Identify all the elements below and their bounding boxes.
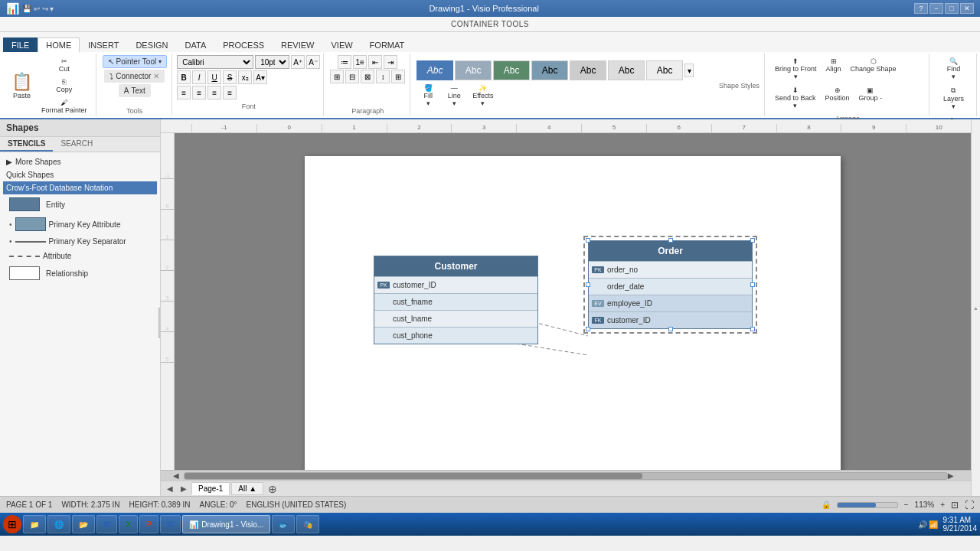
- fit-page-btn[interactable]: ⊡: [951, 500, 959, 510]
- connector-tool-button[interactable]: ⤵ Connector ✕: [104, 70, 165, 83]
- taskbar-ppt[interactable]: P: [139, 515, 158, 533]
- underline-btn[interactable]: U: [207, 70, 221, 84]
- taskbar-excel[interactable]: X: [119, 515, 138, 533]
- handle-tm[interactable]: [668, 238, 673, 243]
- minimize-btn[interactable]: −: [929, 3, 943, 14]
- shape-style-2[interactable]: Abc: [455, 60, 492, 80]
- decrease-font-btn[interactable]: A⁻: [306, 55, 320, 69]
- align-left-btn[interactable]: ≡: [177, 86, 191, 99]
- zoom-in-btn[interactable]: +: [940, 500, 945, 509]
- align-arrange-btn[interactable]: ⊞ Align: [822, 55, 845, 83]
- taskbar-explorer[interactable]: 📁: [23, 515, 46, 533]
- zoom-slider[interactable]: [837, 502, 898, 508]
- handle-br[interactable]: [750, 327, 755, 331]
- handle-tl[interactable]: [586, 238, 590, 243]
- canvas-page[interactable]: Customer PK customer_ID cust_fname cust_…: [305, 156, 841, 470]
- send-to-back-btn[interactable]: ⬇ Send to Back ▾: [771, 84, 820, 112]
- fullscreen-btn[interactable]: ⛶: [965, 500, 974, 510]
- taskbar-word2[interactable]: W: [160, 515, 181, 533]
- customer-table[interactable]: Customer PK customer_ID cust_fname cust_…: [374, 256, 538, 344]
- font-size-select[interactable]: 10pt.: [255, 55, 289, 69]
- shape-style-5[interactable]: Abc: [570, 60, 606, 80]
- stencils-tab[interactable]: STENCILS: [0, 137, 53, 152]
- italic-btn[interactable]: I: [192, 70, 206, 84]
- effects-btn[interactable]: ✨ Effects ▾: [469, 82, 497, 109]
- strikethrough-btn[interactable]: S: [223, 70, 237, 84]
- horizontal-scrollbar[interactable]: ◀ ▶: [161, 470, 971, 481]
- subscript-btn[interactable]: x₂: [238, 70, 252, 84]
- text-tool-button[interactable]: A Text: [119, 84, 151, 97]
- para-align-center-btn[interactable]: ⊟: [345, 70, 359, 83]
- shape-style-3[interactable]: Abc: [493, 60, 530, 80]
- shape-style-7[interactable]: Abc: [646, 60, 683, 80]
- shape-style-1[interactable]: Abc: [416, 60, 453, 80]
- taskbar-explorer2[interactable]: 📂: [72, 515, 95, 533]
- font-name-select[interactable]: Calibri: [177, 55, 253, 69]
- format-painter-button[interactable]: 🖌 Format Painter: [38, 96, 91, 116]
- para-align-left-btn[interactable]: ⊞: [330, 70, 344, 83]
- page-right-btn[interactable]: ▶: [178, 484, 190, 493]
- tab-design[interactable]: DESIGN: [127, 37, 176, 52]
- handle-mr[interactable]: [750, 282, 755, 287]
- align-right-btn[interactable]: ≡: [207, 86, 221, 99]
- para-spacing-btn[interactable]: ↕: [376, 70, 390, 83]
- add-page-btn[interactable]: ⊕: [265, 483, 280, 495]
- find-btn[interactable]: 🔍 Find ▾: [942, 55, 965, 83]
- tab-format[interactable]: FORMAT: [361, 37, 413, 52]
- handle-bm[interactable]: [668, 327, 673, 331]
- bring-to-front-btn[interactable]: ⬆ Bring to Front ▾: [771, 55, 821, 83]
- quick-shapes-item[interactable]: Quick Shapes: [3, 168, 157, 181]
- bullets-btn[interactable]: ≔: [338, 55, 351, 69]
- taskbar-visio-active[interactable]: 📊 Drawing1 - Visio...: [182, 515, 270, 533]
- numbering-btn[interactable]: 1≡: [353, 55, 367, 69]
- crows-foot-stencil[interactable]: Crow's-Foot Database Notation: [3, 181, 157, 194]
- shape-styles-more-btn[interactable]: ▾: [684, 64, 694, 77]
- close-btn[interactable]: ✕: [960, 3, 974, 14]
- bold-btn[interactable]: B: [177, 70, 191, 84]
- paste-button[interactable]: 📋 Paste: [8, 70, 36, 102]
- zoom-out-btn[interactable]: −: [904, 500, 909, 509]
- search-tab[interactable]: SEARCH: [53, 137, 100, 152]
- scroll-left-btn[interactable]: ◀: [173, 471, 184, 480]
- start-button[interactable]: ⊞: [3, 515, 21, 533]
- para-more-btn[interactable]: ⊞: [391, 70, 405, 83]
- pk-separator-shape-item[interactable]: • Primary Key Separator: [3, 234, 157, 249]
- tab-review[interactable]: REVIEW: [273, 37, 322, 52]
- tab-insert[interactable]: INSERT: [80, 37, 127, 52]
- pointer-tool-button[interactable]: ↖ Pointer Tool ▾: [103, 55, 168, 68]
- change-shape-btn[interactable]: ⬡ Change Shape: [847, 55, 900, 83]
- scroll-thumb[interactable]: [185, 473, 642, 479]
- page-left-btn[interactable]: ◀: [164, 484, 176, 493]
- increase-font-btn[interactable]: A⁺: [291, 55, 305, 69]
- attribute-shape-item[interactable]: Attribute: [3, 249, 157, 263]
- shape-style-4[interactable]: Abc: [531, 60, 568, 80]
- align-center-btn[interactable]: ≡: [192, 86, 206, 99]
- cut-button[interactable]: ✂ Cut: [38, 55, 91, 75]
- handle-bl[interactable]: [586, 327, 590, 331]
- canvas-scroll[interactable]: -1 0 1 2 3 4 5: [161, 133, 971, 470]
- entity-shape-item[interactable]: Entity: [3, 194, 157, 214]
- position-btn[interactable]: ⊕ Position: [822, 84, 854, 112]
- pk-attribute-shape-item[interactable]: • Primary Key Attribute: [3, 214, 157, 234]
- all-pages-tab[interactable]: All ▲: [231, 482, 263, 495]
- handle-tr[interactable]: [750, 238, 755, 243]
- taskbar-word[interactable]: W: [96, 515, 117, 533]
- fill-btn[interactable]: 🪣 Fill ▾: [416, 82, 439, 109]
- copy-button[interactable]: ⎘ Copy: [38, 76, 91, 96]
- layers-btn[interactable]: ⧉ Layers ▾: [939, 84, 968, 112]
- tab-view[interactable]: VIEW: [322, 37, 361, 52]
- align-justify-btn[interactable]: ≡: [223, 86, 237, 99]
- relationship-shape-item[interactable]: Relationship: [3, 263, 157, 283]
- line-btn[interactable]: — Line ▾: [443, 82, 466, 109]
- handle-ml[interactable]: [586, 282, 590, 287]
- taskbar-app1[interactable]: 🐟: [272, 515, 295, 533]
- shape-style-6[interactable]: Abc: [608, 60, 645, 80]
- help-btn[interactable]: ?: [914, 3, 928, 14]
- scroll-right-btn[interactable]: ▶: [948, 471, 959, 480]
- group-btn[interactable]: ▣ Group -: [855, 84, 887, 112]
- tab-data[interactable]: DATA: [177, 37, 215, 52]
- indent-decrease-btn[interactable]: ⇤: [368, 55, 382, 69]
- order-table[interactable]: Order PK order_no order_date EV employee…: [588, 240, 753, 329]
- indent-increase-btn[interactable]: ⇥: [384, 55, 397, 69]
- more-shapes-item[interactable]: ▶ More Shapes: [3, 155, 157, 168]
